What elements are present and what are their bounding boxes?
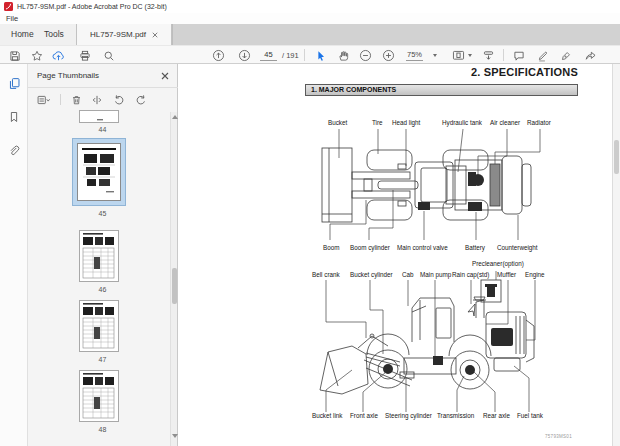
part-label: Transmission: [437, 412, 474, 419]
thumbnail-page-46[interactable]: [79, 230, 119, 282]
comment-button[interactable]: [512, 49, 525, 62]
acrobat-window: HL757-9SM.pdf - Adobe Acrobat Pro DC (32…: [0, 0, 620, 446]
rotate-clockwise-button[interactable]: [134, 93, 148, 106]
page-number-input[interactable]: [260, 49, 277, 61]
star-favorites-button[interactable]: [30, 49, 43, 62]
part-label: Radiator: [527, 119, 551, 126]
part-label: Bell crank: [312, 271, 340, 278]
part-label: Rain cap(std): [452, 271, 489, 278]
loader-top-view-diagram: [308, 114, 588, 254]
sign-pen-button[interactable]: [559, 49, 572, 62]
thumbnail-page-45-selected[interactable]: [72, 138, 126, 206]
tab-bar-fill: [172, 24, 620, 45]
part-label: Air cleaner: [490, 119, 520, 126]
part-label: Boom: [323, 244, 339, 251]
thumbnails-panel-button[interactable]: [7, 76, 21, 90]
part-label: Main control valve: [397, 244, 448, 251]
part-label: Cab: [402, 271, 414, 278]
part-label: Bucket link: [312, 412, 342, 419]
part-label: Bucket cylinder: [350, 271, 393, 278]
part-label: Battery: [465, 244, 485, 251]
panel-title: Page Thumbnails: [37, 71, 99, 80]
page-thumbnails-panel: Page Thumbnails: [28, 64, 178, 446]
menu-bar: File: [0, 13, 620, 24]
part-label: Front axle: [350, 412, 378, 419]
document-page: 2. SPECIFICATIONS 1. MAJOR COMPONENTS: [178, 64, 612, 446]
toolbar-divider: [304, 49, 305, 61]
zoom-level-dropdown[interactable]: 75%: [406, 50, 423, 61]
cloud-upload-button[interactable]: [52, 49, 65, 62]
part-label: Counterweight: [497, 244, 538, 251]
section-heading: 1. MAJOR COMPONENTS: [305, 84, 578, 96]
part-label: Boom cylinder: [350, 244, 390, 251]
send-share-button[interactable]: [584, 49, 597, 62]
print-button[interactable]: [78, 49, 91, 62]
document-scrollbar-thumb[interactable]: [614, 140, 619, 174]
thumbnail-number: 48: [28, 426, 177, 433]
part-label: Tire: [372, 119, 383, 126]
page-fit-caret-icon[interactable]: [468, 54, 472, 57]
close-panel-button[interactable]: [161, 72, 169, 80]
menu-file[interactable]: File: [6, 14, 18, 23]
part-label: Precleaner(option): [472, 260, 524, 267]
tab-document[interactable]: HL757-9SM.pdf: [76, 24, 172, 45]
thumbnail-preview: [80, 112, 119, 123]
thumbnail-preview: [80, 231, 118, 281]
select-tool-button[interactable]: [314, 49, 327, 62]
part-label: Bucket: [328, 119, 347, 126]
panel-toolbar: [28, 88, 178, 112]
window-title: HL757-9SM.pdf - Adobe Acrobat Pro DC (32…: [17, 3, 167, 10]
resize-thumbnails-button[interactable]: [90, 93, 104, 106]
thumbnail-preview: [80, 371, 118, 421]
hand-tool-button[interactable]: [336, 49, 349, 62]
part-label: Fuel tank: [517, 412, 543, 419]
previous-page-button[interactable]: [212, 49, 225, 62]
chapter-heading: 2. SPECIFICATIONS: [471, 66, 578, 78]
attachments-panel-button[interactable]: [7, 144, 21, 158]
tab-document-label: HL757-9SM.pdf: [90, 30, 146, 39]
zoom-in-button[interactable]: [382, 49, 395, 62]
title-bar: HL757-9SM.pdf - Adobe Acrobat Pro DC (32…: [0, 0, 620, 13]
panel-header: Page Thumbnails: [28, 64, 178, 88]
toolbar-divider: [503, 49, 504, 61]
figure-code: 75793MS01: [545, 434, 572, 439]
acrobat-app-icon: [4, 2, 13, 11]
search-button[interactable]: [102, 49, 115, 62]
thumbnail-page-44[interactable]: [79, 110, 119, 123]
save-button[interactable]: [8, 49, 21, 62]
part-label: Head light: [392, 119, 420, 126]
rotate-counterclockwise-button[interactable]: [112, 93, 126, 106]
next-page-button[interactable]: [238, 49, 251, 62]
zoom-out-button[interactable]: [359, 49, 372, 62]
thumbnail-page-47[interactable]: [79, 300, 119, 352]
thumbnail-preview: [80, 301, 118, 351]
part-label: Main pump: [420, 271, 451, 278]
loader-side-view-diagram: [308, 260, 598, 420]
part-label: Engine: [525, 271, 545, 278]
tab-home[interactable]: Home: [11, 24, 34, 45]
delete-pages-button[interactable]: [69, 93, 83, 106]
main-toolbar: / 191 75%: [0, 45, 620, 64]
thumbnail-page-48[interactable]: [79, 370, 119, 422]
thumbnail-options-dropdown[interactable]: [36, 93, 50, 106]
fill-sign-pencil-button[interactable]: [536, 49, 549, 62]
thumbnails-scrollbar-thumb[interactable]: [172, 268, 177, 304]
thumbnail-number: 46: [28, 286, 177, 293]
part-label: Steering cylinder: [385, 412, 432, 419]
tab-bar: Home Tools HL757-9SM.pdf: [0, 24, 620, 45]
tab-tools[interactable]: Tools: [44, 24, 64, 45]
part-label: Muffler: [497, 271, 516, 278]
panel-divider: [60, 94, 61, 105]
close-tab-icon[interactable]: [152, 32, 158, 38]
part-label: Rear axle: [483, 412, 510, 419]
thumbnail-number: 45: [28, 210, 177, 217]
thumbnail-number: 47: [28, 356, 177, 363]
zoom-caret-icon[interactable]: [433, 54, 437, 57]
page-fit-dropdown[interactable]: [452, 49, 465, 62]
thumbnail-number: 44: [28, 126, 177, 133]
document-scrollbar[interactable]: [612, 64, 620, 446]
scrolling-mode-button[interactable]: [482, 49, 495, 62]
bookmarks-panel-button[interactable]: [7, 110, 21, 124]
part-label: Hydraulic tank: [442, 119, 482, 126]
thumbnail-preview: [77, 143, 121, 201]
